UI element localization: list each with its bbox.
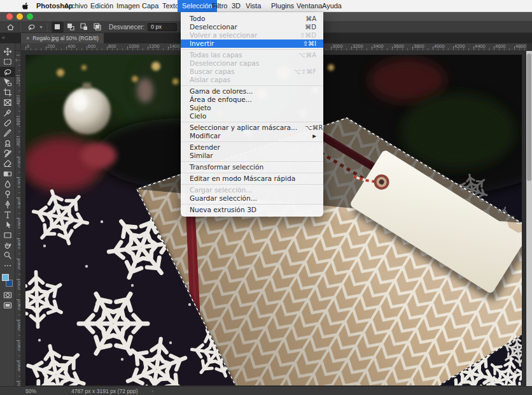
menu-item-label: Extender bbox=[190, 143, 220, 152]
ellipsis-tool[interactable] bbox=[0, 261, 15, 271]
lasso-tool-preset-icon[interactable] bbox=[25, 22, 38, 32]
move-tool[interactable] bbox=[0, 47, 15, 57]
foreground-color-swatch[interactable] bbox=[2, 274, 9, 281]
subtract-from-selection-button[interactable] bbox=[78, 22, 90, 32]
ruler-label: 600 bbox=[15, 117, 21, 126]
eyedropper-tool[interactable] bbox=[0, 108, 15, 118]
ruler-label: 4200 bbox=[454, 43, 465, 49]
menu-item-volver-a-seleccionar: Volver a seleccionar⇧⌘D bbox=[181, 31, 323, 40]
ruler-label: 1200 bbox=[149, 43, 160, 49]
menu-item-label: Nueva extrusión 3D bbox=[190, 206, 256, 214]
menu-separator bbox=[181, 204, 323, 205]
zoom-window-button[interactable] bbox=[27, 13, 33, 20]
dodge-tool[interactable] bbox=[0, 189, 15, 199]
zoom-level-field[interactable]: 50% bbox=[25, 388, 36, 394]
menu-separator bbox=[181, 122, 323, 122]
menu-item-label: Volver a seleccionar bbox=[190, 31, 257, 40]
quick-mask-tool[interactable] bbox=[0, 290, 15, 300]
menu-item-similar[interactable]: Similar bbox=[181, 152, 323, 160]
rectangular-marquee-tool[interactable] bbox=[0, 57, 15, 67]
path-selection-tool[interactable] bbox=[0, 220, 15, 230]
menu-separator bbox=[181, 173, 323, 173]
menu-separator bbox=[181, 49, 323, 50]
menu-item-buscar-capas: Buscar capas⌥⇧⌘F bbox=[181, 68, 323, 76]
minimize-window-button[interactable] bbox=[17, 13, 23, 20]
menu-item-nueva-extrusión-3d[interactable]: Nueva extrusión 3D bbox=[181, 206, 323, 214]
ruler-label: 200 bbox=[47, 43, 55, 49]
type-tool[interactable] bbox=[0, 210, 15, 220]
feather-label: Desvanecer: bbox=[109, 24, 144, 31]
ruler-label: 3600 bbox=[393, 43, 404, 49]
menu-item-todo[interactable]: Todo⌘A bbox=[181, 15, 323, 23]
status-chevron-icon[interactable]: › bbox=[151, 388, 153, 394]
menu-vista[interactable]: Vista bbox=[241, 0, 265, 12]
status-bar: 50% 4787 px x 3191 px (72 ppp) › bbox=[0, 386, 532, 395]
menu-item-deseleccionar[interactable]: Deseleccionar⌘D bbox=[181, 23, 323, 31]
feather-input[interactable] bbox=[148, 23, 177, 31]
rectangle-tool[interactable] bbox=[0, 230, 15, 240]
close-window-button[interactable] bbox=[6, 13, 13, 20]
menu-item-label: Seleccionar y aplicar máscara... bbox=[190, 124, 297, 132]
eraser-tool[interactable] bbox=[0, 159, 15, 169]
options-divider bbox=[20, 23, 21, 31]
menu-item-editar-en-modo-máscara-rápida[interactable]: Editar en modo Máscara rápida bbox=[181, 175, 323, 183]
ruler-label: 800 bbox=[108, 43, 116, 49]
menu-item-transformar-selección[interactable]: Transformar selección bbox=[181, 163, 323, 171]
menu-item-label: Cielo bbox=[190, 112, 206, 120]
menu-item-gama-de-colores[interactable]: Gama de colores... bbox=[181, 87, 323, 96]
menu-item-aislar-capas: Aislar capas bbox=[181, 76, 323, 84]
history-brush-tool[interactable] bbox=[0, 148, 15, 159]
lasso-tool[interactable] bbox=[0, 67, 15, 77]
ruler-label: 0 bbox=[15, 59, 18, 61]
menu-item-cielo[interactable]: Cielo bbox=[181, 112, 323, 120]
crop-tool[interactable] bbox=[0, 87, 15, 97]
zoom-tool[interactable] bbox=[0, 250, 15, 261]
new-selection-button[interactable] bbox=[52, 22, 64, 32]
chevron-down-icon[interactable]: ▼ bbox=[39, 25, 43, 29]
vertical-ruler[interactable]: 0200400600800100012001400160018002000220… bbox=[15, 51, 21, 386]
intersect-selection-button[interactable] bbox=[92, 22, 104, 32]
ruler-label: 3400 bbox=[373, 43, 384, 49]
menu-item-shortcut: ⇧⌘I bbox=[303, 40, 316, 48]
frame-tool[interactable] bbox=[0, 97, 15, 108]
ruler-label: 4400 bbox=[475, 43, 486, 49]
menu-item-shortcut: ⌥⌘A bbox=[298, 51, 316, 59]
menu-item-guardar-selección[interactable]: Guardar selección... bbox=[181, 194, 323, 203]
menu-item-extender[interactable]: Extender bbox=[181, 143, 323, 152]
ruler-label: 0 bbox=[27, 43, 29, 49]
object-selection-tool[interactable] bbox=[0, 77, 15, 87]
menu-item-invertir[interactable]: Invertir⇧⌘I bbox=[181, 40, 323, 48]
apple-logo-icon[interactable] bbox=[21, 2, 29, 10]
document-info[interactable]: 4787 px x 3191 px (72 ppp) bbox=[71, 388, 138, 394]
ruler-label: 4000 bbox=[434, 43, 445, 49]
tab-close-icon[interactable]: × bbox=[26, 35, 29, 41]
ruler-label: 1600 bbox=[17, 218, 21, 229]
ruler-label: 2200 bbox=[17, 279, 21, 290]
add-to-selection-button[interactable] bbox=[65, 22, 77, 32]
ruler-label: 200 bbox=[15, 76, 21, 85]
ruler-label: 1200 bbox=[17, 177, 21, 188]
gradient-tool[interactable] bbox=[0, 169, 15, 179]
ruler-label: 800 bbox=[15, 138, 21, 146]
menu-ayuda[interactable]: Ayuda bbox=[318, 0, 346, 12]
color-swatches[interactable] bbox=[0, 272, 15, 290]
scrollbar-thumb[interactable] bbox=[527, 54, 531, 181]
brush-tool[interactable] bbox=[0, 128, 15, 138]
healing-brush-tool[interactable] bbox=[0, 118, 15, 128]
hand-tool[interactable] bbox=[0, 240, 15, 250]
ruler-label: 1400 bbox=[17, 198, 21, 208]
menu-item-label: Todas las capas bbox=[190, 51, 242, 59]
screen-mode-tool[interactable] bbox=[0, 300, 15, 310]
menu-separator bbox=[181, 161, 323, 162]
menu-item-área-de-enfoque[interactable]: Área de enfoque... bbox=[181, 96, 323, 104]
ruler-label: 1800 bbox=[17, 238, 21, 249]
menu-item-modificar[interactable]: Modificar▶ bbox=[181, 132, 323, 140]
menu-item-seleccionar-y-aplicar-máscara[interactable]: Seleccionar y aplicar máscara...⌥⌘R bbox=[181, 124, 323, 132]
menu-item-sujeto[interactable]: Sujeto bbox=[181, 104, 323, 112]
blur-tool[interactable] bbox=[0, 179, 15, 189]
home-icon[interactable] bbox=[4, 22, 17, 32]
tab-overflow-icon[interactable]: « bbox=[2, 34, 5, 41]
pen-tool[interactable] bbox=[0, 199, 15, 210]
document-tab[interactable]: × Regalo.jpg al 50% (RGB/8) bbox=[21, 33, 104, 43]
clone-stamp-tool[interactable] bbox=[0, 138, 15, 148]
